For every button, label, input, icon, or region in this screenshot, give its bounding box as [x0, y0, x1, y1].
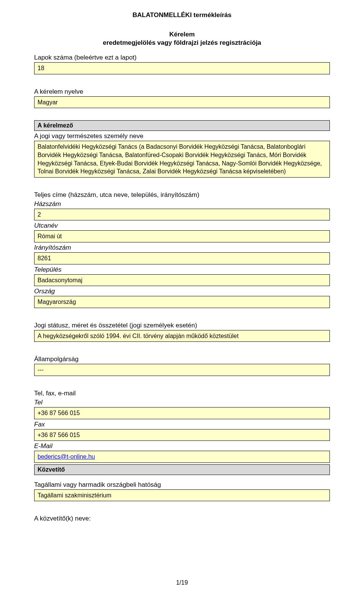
authority-value: Tagállami szakminisztérium — [34, 489, 330, 502]
title-line-2: eredetmegjelölés vagy földrajzi jelzés r… — [34, 39, 330, 47]
intermediary-name-label: A közvetítő(k) neve: — [34, 515, 330, 522]
fax-label: Fax — [34, 421, 330, 428]
house-number-label: Házszám — [34, 200, 330, 208]
address-heading: Teljes címe (házszám, utca neve, települ… — [34, 191, 330, 199]
intermediary-header: Közvetítő — [34, 464, 330, 475]
tel-value: +36 87 566 015 — [34, 407, 330, 419]
postal-code-value: 8261 — [34, 252, 330, 264]
house-number-value: 2 — [34, 209, 330, 221]
language-value: Magyar — [34, 96, 330, 109]
language-label: A kérelem nyelve — [34, 88, 330, 96]
tel-label: Tel — [34, 399, 330, 406]
contact-heading: Tel, fax, e-mail — [34, 390, 330, 397]
street-value: Római út — [34, 230, 330, 242]
email-link[interactable]: bederics@t-online.hu — [38, 453, 95, 460]
document-header-title: BALATONMELLÉKI termékleírás — [34, 11, 330, 19]
legal-status-label: Jogi státusz, méret és összetétel (jogi … — [34, 322, 330, 329]
country-label: Ország — [34, 288, 330, 295]
applicant-name-label: A jogi vagy természetes személy neve — [34, 132, 330, 140]
title-line-1: Kérelem — [34, 30, 330, 39]
town-label: Település — [34, 266, 330, 274]
page-number: 1/19 — [0, 579, 364, 586]
authority-label: Tagállami vagy harmadik országbeli hatós… — [34, 481, 330, 489]
fax-value: +36 87 566 015 — [34, 429, 330, 441]
pages-value: 18 — [34, 62, 330, 74]
applicant-name-value: Balatonfelvidéki Hegyközségi Tanács (a B… — [34, 141, 330, 177]
title-block: Kérelem eredetmegjelölés vagy földrajzi … — [34, 30, 330, 47]
town-value: Badacsonytomaj — [34, 274, 330, 286]
pages-label: Lapok száma (beleértve ezt a lapot) — [34, 54, 330, 61]
country-value: Magyarország — [34, 296, 330, 308]
street-label: Utcanév — [34, 222, 330, 230]
applicant-header: A kérelmező — [34, 120, 330, 131]
citizenship-label: Állampolgárság — [34, 355, 330, 363]
citizenship-value: --- — [34, 364, 330, 376]
document-page: BALATONMELLÉKI termékleírás Kérelem ered… — [0, 0, 364, 593]
email-value: bederics@t-online.hu — [34, 451, 330, 463]
postal-code-label: Irányítószám — [34, 244, 330, 252]
legal-status-value: A hegyközségekről szóló 1994. évi CII. t… — [34, 330, 330, 342]
email-label: E-Mail — [34, 442, 330, 450]
